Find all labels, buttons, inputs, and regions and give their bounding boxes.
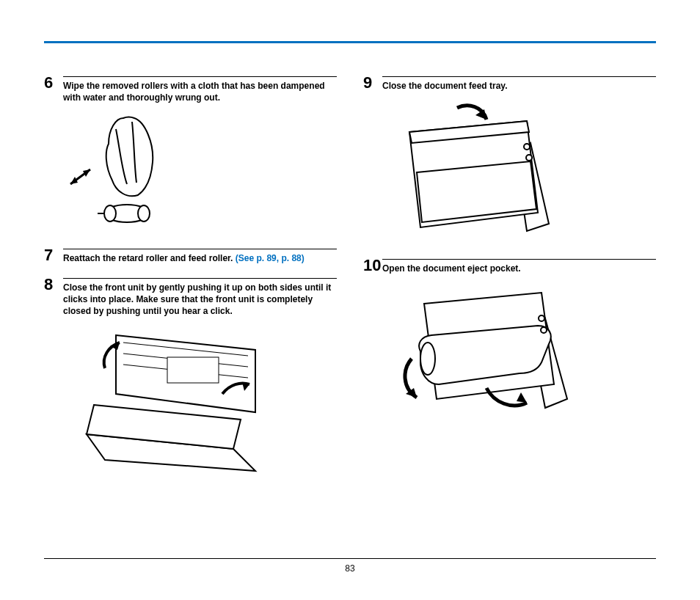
- step-body: Wipe the removed rollers with a cloth th…: [63, 76, 337, 103]
- cross-reference-link[interactable]: (See p. 89, p. 88): [236, 253, 305, 263]
- svg-point-9: [541, 327, 547, 333]
- right-column: 9 Close the document feed tray.: [363, 76, 656, 499]
- svg-point-5: [524, 144, 530, 150]
- svg-point-8: [539, 315, 544, 321]
- wipe-roller-icon: [65, 111, 197, 235]
- step-text: Open the document eject pocket.: [382, 263, 656, 274]
- illustration-close-feed-tray: [384, 99, 656, 246]
- close-feed-tray-icon: [384, 99, 575, 246]
- illustration-wipe-rollers: [65, 111, 337, 235]
- header-rule: [44, 41, 656, 43]
- step-number: 8: [44, 277, 63, 293]
- page-number: 83: [0, 563, 700, 574]
- step-number: 10: [363, 257, 382, 274]
- step-text: Close the front unit by gently pushing i…: [63, 282, 337, 318]
- content-columns: 6 Wipe the removed rollers with a cloth …: [44, 76, 656, 499]
- step-number: 7: [44, 247, 63, 263]
- step-9: 9 Close the document feed tray.: [363, 76, 656, 92]
- close-front-unit-icon: [65, 324, 285, 486]
- step-body: Open the document eject pocket.: [382, 259, 656, 274]
- step-8: 8 Close the front unit by gently pushing…: [44, 278, 337, 318]
- svg-point-1: [104, 205, 116, 222]
- step-10: 10 Open the document eject pocket.: [363, 259, 656, 274]
- svg-rect-4: [167, 357, 219, 383]
- open-eject-pocket-icon: [384, 282, 589, 428]
- footer-rule: [44, 558, 656, 559]
- step-text: Close the document feed tray.: [382, 80, 656, 92]
- svg-point-3: [138, 205, 150, 222]
- illustration-open-eject-pocket: [384, 282, 656, 428]
- step-text-main: Reattach the retard roller and feed roll…: [63, 253, 236, 263]
- illustration-close-front-unit: [65, 324, 337, 486]
- step-text: Wipe the removed rollers with a cloth th…: [63, 80, 337, 103]
- step-body: Reattach the retard roller and feed roll…: [63, 249, 337, 264]
- step-number: 6: [44, 75, 63, 91]
- step-6: 6 Wipe the removed rollers with a cloth …: [44, 76, 337, 103]
- svg-point-7: [420, 343, 435, 375]
- step-7: 7 Reattach the retard roller and feed ro…: [44, 249, 337, 264]
- svg-point-6: [526, 155, 532, 161]
- manual-page: 6 Wipe the removed rollers with a cloth …: [0, 0, 700, 600]
- step-body: Close the front unit by gently pushing i…: [63, 278, 337, 318]
- step-text: Reattach the retard roller and feed roll…: [63, 252, 337, 264]
- step-number: 9: [363, 75, 382, 91]
- left-column: 6 Wipe the removed rollers with a cloth …: [44, 76, 337, 499]
- step-body: Close the document feed tray.: [382, 76, 656, 92]
